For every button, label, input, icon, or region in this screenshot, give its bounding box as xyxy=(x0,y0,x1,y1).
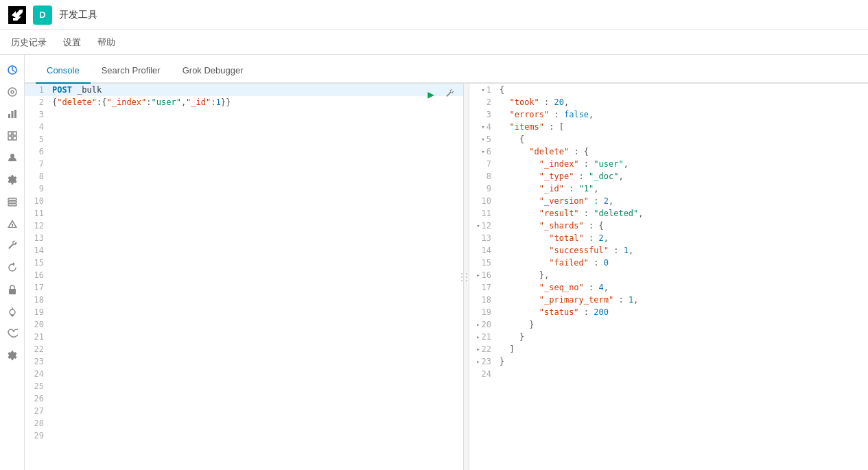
sidebar-icon-person[interactable] xyxy=(3,148,22,167)
nav-help[interactable]: 帮助 xyxy=(97,36,115,49)
response-line-17: 17 "_seq_no" : 4, xyxy=(469,281,868,294)
sidebar-icon-alert[interactable] xyxy=(3,214,22,233)
response-line-10: 10 "_version" : 2, xyxy=(469,195,868,207)
response-line-21: ▸21 } xyxy=(469,331,868,343)
code-editor[interactable]: 1 POST _bulk 2 {"delete":{"_index":"user… xyxy=(25,84,463,470)
editor-line-18: 18 xyxy=(25,294,463,306)
svg-rect-13 xyxy=(8,204,16,206)
resp-content-14: "successful" : 1, xyxy=(497,244,868,257)
resp-content-5: { xyxy=(497,133,868,145)
resp-content-4: "items" : [ xyxy=(497,121,868,133)
sidebar-icon-clock[interactable] xyxy=(3,60,22,80)
response-line-19: 19 "status" : 200 xyxy=(469,306,868,318)
sidebar-icon-target[interactable] xyxy=(3,82,22,102)
svg-rect-9 xyxy=(13,137,16,140)
svg-rect-6 xyxy=(8,132,12,135)
editor-line-10: 10 xyxy=(25,195,463,207)
resp-content-23: } xyxy=(497,355,868,368)
right-main: Console Search Profiler Grok Debugger ▶ xyxy=(25,55,868,470)
svg-rect-7 xyxy=(13,132,16,135)
editor-line-11: 11 xyxy=(25,207,463,220)
editor-line-1: 1 POST _bulk xyxy=(25,84,463,96)
resp-line-num-18: 18 xyxy=(469,294,497,306)
response-line-8: 8 "_type" : "_doc", xyxy=(469,170,868,183)
resp-content-19: "status" : 200 xyxy=(497,306,868,318)
response-line-16: ▸16 }, xyxy=(469,269,868,281)
resp-line-num-8: 8 xyxy=(469,170,497,183)
resp-line-num-17: 17 xyxy=(469,281,497,294)
sidebar-icon-heart[interactable] xyxy=(3,324,22,343)
resp-line-num-21: ▸21 xyxy=(469,331,497,343)
pane-resizer[interactable] xyxy=(464,84,469,470)
editor-line-23: 23 xyxy=(25,355,463,368)
left-sidebar xyxy=(0,55,25,470)
resp-content-20: } xyxy=(497,318,868,331)
tab-search-profiler[interactable]: Search Profiler xyxy=(91,58,172,84)
resp-content-10: "_version" : 2, xyxy=(497,195,868,207)
response-line-13: 13 "total" : 2, xyxy=(469,232,868,244)
editor-line-19: 19 xyxy=(25,306,463,318)
sidebar-icon-cog[interactable] xyxy=(3,170,22,189)
sidebar-icon-settings[interactable] xyxy=(3,346,22,365)
resp-line-num-10: 10 xyxy=(469,195,497,207)
resp-content-16: }, xyxy=(497,269,868,281)
editor-line-14: 14 xyxy=(25,244,463,257)
editor-line-9: 9 xyxy=(25,183,463,195)
editor-line-16: 16 xyxy=(25,269,463,281)
pane-drag-handle[interactable] xyxy=(460,84,463,470)
resp-content-9: "_id" : "1", xyxy=(497,183,868,195)
body-row: Console Search Profiler Grok Debugger ▶ xyxy=(0,55,868,470)
resp-content-8: "_type" : "_doc", xyxy=(497,170,868,183)
line-content-2: {"delete":{"_index":"user","_id":1}} xyxy=(52,96,463,108)
editor-line-13: 13 xyxy=(25,232,463,244)
tab-console[interactable]: Console xyxy=(36,58,91,84)
response-line-22: ▸22 ] xyxy=(469,343,868,355)
resp-line-num-20: ▸20 xyxy=(469,318,497,331)
editor-line-7: 7 xyxy=(25,158,463,170)
resp-line-num-22: ▸22 xyxy=(469,343,497,355)
response-line-11: 11 "result" : "deleted", xyxy=(469,207,868,220)
svg-rect-14 xyxy=(9,289,16,294)
editor-line-15: 15 xyxy=(25,257,463,269)
response-line-3: 3 "errors" : false, xyxy=(469,108,868,121)
resp-content-13: "total" : 2, xyxy=(497,232,868,244)
resp-content-24 xyxy=(497,368,868,380)
resp-line-num-16: ▸16 xyxy=(469,269,497,281)
response-line-24: 24 xyxy=(469,368,868,380)
sidebar-icon-lock[interactable] xyxy=(3,280,22,299)
sidebar-icon-stack[interactable] xyxy=(3,192,22,211)
svg-point-1 xyxy=(8,88,16,96)
sidebar-icon-chart[interactable] xyxy=(3,104,22,124)
editor-line-21: 21 xyxy=(25,331,463,343)
sidebar-icon-grid[interactable] xyxy=(3,126,22,145)
sidebar-icon-tools[interactable] xyxy=(3,236,22,255)
editor-line-26: 26 xyxy=(25,392,463,405)
sidebar-icon-refresh[interactable] xyxy=(3,258,22,277)
resp-line-num-24: 24 xyxy=(469,368,497,380)
nav-history[interactable]: 历史记录 xyxy=(11,36,47,49)
response-pane: ▾1 { 2 "took" : 20, 3 "errors" : false, xyxy=(469,84,868,470)
response-line-7: 7 "_index" : "user", xyxy=(469,158,868,170)
sidebar-icon-flag[interactable] xyxy=(3,302,22,321)
resp-line-num-4: ▾4 xyxy=(469,121,497,133)
run-button[interactable]: ▶ xyxy=(423,86,438,102)
editor-line-28: 28 xyxy=(25,417,463,430)
line-number-1: 1 xyxy=(25,84,52,96)
editor-toolbar: ▶ xyxy=(423,86,458,102)
resp-line-num-1: ▾1 xyxy=(469,84,497,96)
resp-content-17: "_seq_no" : 4, xyxy=(497,281,868,294)
response-line-6: ▾6 "delete" : { xyxy=(469,145,868,158)
response-line-14: 14 "successful" : 1, xyxy=(469,244,868,257)
resp-line-num-19: 19 xyxy=(469,306,497,318)
resp-content-15: "failed" : 0 xyxy=(497,257,868,269)
user-avatar: D xyxy=(33,5,52,25)
nav-settings[interactable]: 设置 xyxy=(63,36,81,49)
tab-grok-debugger[interactable]: Grok Debugger xyxy=(172,58,255,84)
resp-line-num-3: 3 xyxy=(469,108,497,121)
resp-content-6: "delete" : { xyxy=(497,145,868,158)
response-line-18: 18 "_primary_term" : 1, xyxy=(469,294,868,306)
response-line-1: ▾1 { xyxy=(469,84,868,96)
wrench-button[interactable] xyxy=(443,86,458,102)
resp-content-2: "took" : 20, xyxy=(497,96,868,108)
svg-rect-8 xyxy=(8,137,12,140)
